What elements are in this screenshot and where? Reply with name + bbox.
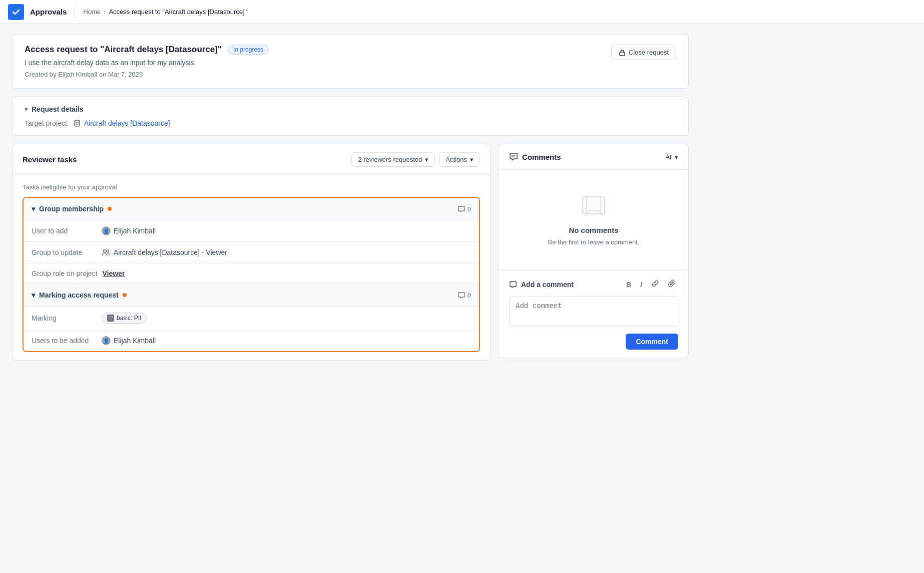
svg-point-3 [104, 250, 106, 252]
user-avatar-2: 👤 [102, 336, 111, 345]
comments-filter-label: All [666, 153, 673, 161]
comment-count-label-2: 0 [468, 292, 471, 299]
marking-value: 🛡 basic: PII [102, 313, 147, 324]
comments-filter[interactable]: All ▾ [666, 153, 678, 161]
attach-button[interactable] [666, 278, 678, 290]
chevron-down-icon: ▾ [675, 153, 678, 161]
add-comment-label: Add a comment [521, 280, 574, 289]
group-icon [102, 248, 111, 257]
task-item-title-2: ▾ Marking access request [32, 291, 127, 299]
app-title: Approvals [30, 8, 67, 16]
task-detail-marking: Marking 🛡 basic: PII [24, 307, 479, 330]
chevron-down-icon: ▾ [32, 205, 35, 213]
task-comment-count-1: 0 [457, 205, 471, 213]
target-label: Target project: [25, 119, 69, 127]
reviewer-panel-header: Reviewer tasks 2 reviewers requested ▾ A… [13, 144, 490, 175]
task-status-dot-2 [123, 293, 127, 297]
reviewer-panel-title: Reviewer tasks [23, 155, 77, 164]
close-request-button[interactable]: Close request [611, 45, 676, 60]
pii-label: basic: PII [117, 315, 141, 322]
task-group-bordered: ▾ Group membership 0 [23, 197, 480, 352]
task-item-header-1[interactable]: ▾ Group membership 0 [24, 198, 479, 220]
link-button[interactable] [649, 278, 661, 290]
svg-rect-0 [620, 52, 625, 56]
comment-icon [457, 205, 466, 213]
comment-submit-label: Comment [636, 338, 668, 346]
user-to-add-label: User to add [32, 227, 97, 235]
attachment-icon [668, 279, 676, 288]
add-comment-section: Add a comment B I [499, 270, 688, 358]
group-to-update-label: Group to update [32, 248, 97, 256]
task-comment-count-2: 0 [457, 291, 471, 299]
viewer-badge: Viewer [103, 269, 125, 277]
reviewer-panel-actions: 2 reviewers requested ▾ Actions ▾ [351, 152, 480, 167]
bold-label: B [626, 280, 631, 289]
breadcrumb-home[interactable]: Home [83, 8, 101, 16]
task-item-title-1: ▾ Group membership [32, 205, 112, 213]
comments-empty-state: No comments Be the first to leave a comm… [499, 170, 688, 270]
request-card: Close request Access request to "Aircraf… [12, 34, 689, 89]
svg-point-1 [75, 120, 80, 122]
comment-toolbar: B I [624, 278, 678, 290]
lock-icon [619, 49, 626, 56]
svg-point-4 [107, 250, 109, 252]
details-label: Request details [32, 105, 83, 113]
task-detail-group-to-update: Group to update [24, 242, 479, 263]
details-header[interactable]: ▾ Request details [25, 105, 676, 113]
comment-input[interactable] [509, 296, 678, 326]
actions-label: Actions [445, 156, 467, 163]
reviewers-requested-label: 2 reviewers requested [358, 156, 422, 163]
comments-panel: Comments All ▾ No comments Be the first … [499, 144, 689, 358]
request-description: I use the aircraft delay data as an inpu… [25, 59, 676, 67]
task-status-dot [108, 207, 112, 211]
add-comment-header: Add a comment B I [509, 278, 678, 290]
task-item-header-2[interactable]: ▾ Marking access request 0 [24, 284, 479, 307]
group-role-value: Viewer [103, 269, 125, 277]
details-section: ▾ Request details Target project: Aircra… [12, 97, 689, 136]
comment-icon-2 [457, 291, 466, 299]
chevron-down-icon: ▾ [470, 156, 474, 163]
comments-title-label: Comments [522, 153, 561, 161]
close-request-label: Close request [629, 49, 669, 56]
target-project-link[interactable]: Aircraft delays [Datasource] [73, 119, 170, 127]
breadcrumb: Home › Access request to "Aircraft delay… [83, 8, 247, 16]
request-title: Access request to "Aircraft delays [Data… [25, 45, 222, 55]
database-icon [73, 119, 81, 127]
reviewers-requested-button[interactable]: 2 reviewers requested ▾ [351, 152, 435, 167]
task-detail-user-to-add: User to add 👤 Elijah Kimball [24, 220, 479, 242]
chevron-down-icon: ▾ [425, 156, 428, 163]
comment-submit-button[interactable]: Comment [626, 334, 678, 350]
task-detail-group-role: Group role on project Viewer [24, 263, 479, 283]
task-item-marking: ▾ Marking access request 0 [24, 284, 479, 351]
empty-comments-illustration [580, 194, 608, 222]
task-item-group-membership: ▾ Group membership 0 [24, 198, 479, 283]
chevron-down-icon: ▾ [32, 291, 35, 299]
task-title-label: Group membership [39, 205, 104, 213]
no-comments-sub: Be the first to leave a comment. [548, 238, 640, 246]
comments-title: Comments [509, 152, 561, 161]
app-logo [8, 4, 24, 20]
task-detail-users-to-be-added: Users to be added 👤 Elijah Kimball [24, 330, 479, 351]
user-name-2: Elijah Kimball [114, 337, 156, 345]
comment-count-label: 0 [468, 205, 471, 213]
nav-divider [75, 6, 75, 18]
bold-button[interactable]: B [624, 279, 633, 290]
main-content: Close request Access request to "Aircraf… [0, 24, 701, 371]
ineligible-label: Tasks ineligible for your approval [23, 183, 480, 191]
actions-button[interactable]: Actions ▾ [439, 152, 480, 167]
italic-button[interactable]: I [638, 279, 644, 290]
top-nav: Approvals Home › Access request to "Airc… [0, 0, 924, 24]
breadcrumb-separator: › [104, 8, 106, 16]
request-title-row: Access request to "Aircraft delays [Data… [25, 45, 676, 55]
reviewer-panel-body: Tasks ineligible for your approval ▾ Gro… [13, 175, 490, 360]
comment-submit-row: Comment [509, 334, 678, 350]
user-avatar: 👤 [102, 226, 111, 235]
user-to-add-value: 👤 Elijah Kimball [102, 226, 156, 235]
marking-title-label: Marking access request [39, 291, 119, 299]
user-name: Elijah Kimball [114, 227, 156, 235]
pii-badge: 🛡 basic: PII [102, 313, 147, 324]
comments-icon [509, 152, 518, 161]
reviewer-panel: Reviewer tasks 2 reviewers requested ▾ A… [12, 144, 491, 361]
request-meta: Created by Elijah Kimball on Mar 7, 2023 [25, 71, 676, 78]
chevron-down-icon: ▾ [25, 106, 28, 113]
